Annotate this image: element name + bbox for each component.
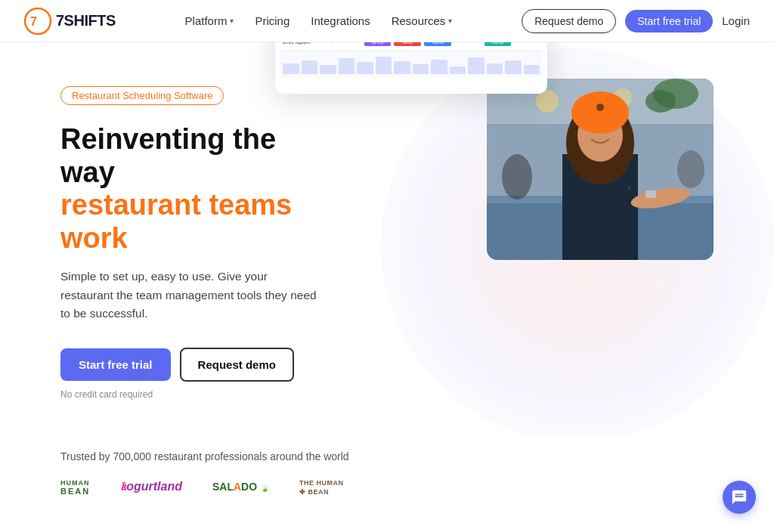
bottom-section: More than a scheduling app [0, 518, 774, 532]
chart-bar [487, 63, 503, 74]
logo-text: 7SHIFTS [56, 12, 116, 29]
trusted-section: Trusted by 700,000 restaurant profession… [0, 435, 774, 518]
login-link[interactable]: Login [722, 14, 750, 27]
chart-bar [357, 62, 373, 74]
chart-bar [505, 60, 522, 74]
nav-platform[interactable]: Platform ▾ [185, 14, 234, 27]
hero-section: Restaurant Scheduling Software Reinventi… [0, 42, 774, 435]
hero-title-line1: Reinventing the way [60, 123, 320, 189]
svg-text:7: 7 [30, 15, 37, 28]
chart-bar [376, 57, 392, 74]
svg-point-15 [596, 104, 604, 111]
nav-links: Platform ▾ Pricing Integrations Resource… [185, 14, 453, 27]
brand-logos: HUMAN BEAN 𝔨ogurtland SALADO 🍃 THE HUMAN… [60, 478, 714, 496]
request-demo-hero-button[interactable]: Request demo [180, 348, 294, 382]
nav-resources[interactable]: Resources ▾ [392, 14, 453, 27]
green-bean-logo: HUMAN BEAN [60, 478, 90, 496]
svg-point-19 [502, 154, 532, 200]
table-row: Emily Nguyen 5p-11p 6a-2p 12p-8p 10a-6p [280, 42, 543, 48]
nav-pricing[interactable]: Pricing [255, 14, 289, 27]
salado-logo: SALADO 🍃 [212, 481, 269, 493]
human-bean-logo-2: THE HUMAN ✤ BEAN [299, 478, 344, 496]
app-screenshot: Schedule Announcements Communication Tim… [275, 42, 547, 94]
start-trial-nav-button[interactable]: Start free trial [625, 10, 713, 32]
logo-icon: 7 [24, 8, 51, 35]
no-credit-card-text: No credit card required [60, 389, 320, 400]
shift-cell[interactable]: 12p-8p [423, 42, 453, 48]
shift-cell [333, 42, 363, 43]
svg-rect-17 [646, 190, 656, 198]
chat-bubble-button[interactable] [723, 481, 756, 514]
nav-actions: Request demo Start free trial Login [522, 9, 750, 33]
logo[interactable]: 7 7SHIFTS [24, 8, 116, 35]
navbar: 7 7SHIFTS Platform ▾ Pricing Integration… [0, 0, 774, 42]
hero-title-line2: restaurant teams work [60, 189, 320, 255]
chart-bar [468, 57, 485, 74]
shift-cell[interactable]: 6a-2p [392, 42, 423, 48]
svg-point-7 [646, 90, 676, 113]
chart-bar [450, 66, 466, 74]
svg-point-20 [677, 150, 704, 188]
chart-bar [320, 65, 336, 74]
start-free-trial-button[interactable]: Start free trial [60, 348, 171, 381]
app-content: Schedule — Apr 14-20, 2024 Publish Emplo… [275, 42, 547, 82]
nav-integrations[interactable]: Integrations [311, 14, 370, 27]
hero-photo: ⚘ [487, 79, 714, 260]
chart-bar [302, 60, 318, 74]
hero-title: Reinventing the way restaurant teams wor… [60, 123, 320, 255]
chart-bar [524, 65, 540, 74]
shift-cell [512, 42, 543, 43]
trusted-text: Trusted by 700,000 restaurant profession… [60, 450, 714, 462]
hero-left: Restaurant Scheduling Software Reinventi… [60, 79, 320, 400]
hero-photo-inner: ⚘ [487, 79, 714, 260]
shift-cell [453, 42, 483, 43]
chart-bar [413, 64, 429, 74]
chart-bar [431, 60, 447, 75]
labor-chart [280, 51, 543, 77]
chart-bar [339, 58, 355, 74]
employee-name: Emily Nguyen [280, 42, 333, 46]
chart-bar [283, 63, 299, 74]
chat-icon [731, 489, 748, 506]
chevron-down-icon: ▾ [448, 17, 452, 25]
svg-text:⚘: ⚘ [627, 185, 632, 192]
hero-description: Simple to set up, easy to use. Give your… [60, 268, 320, 323]
chevron-down-icon: ▾ [230, 17, 234, 25]
shift-cell[interactable]: 5p-11p [363, 42, 393, 48]
yogurtland-logo: 𝔨ogurtland [120, 480, 182, 493]
hero-badge: Restaurant Scheduling Software [60, 86, 224, 105]
hero-cta: Start free trial Request demo [60, 348, 320, 382]
shift-cell[interactable]: 10a-6p [483, 42, 513, 48]
request-demo-button[interactable]: Request demo [522, 9, 616, 33]
svg-point-0 [25, 8, 51, 34]
chart-bar [394, 61, 410, 74]
schedule-grid: Employee Mon Tue Wed Thu Fri Sat Sun Fro… [280, 42, 543, 48]
